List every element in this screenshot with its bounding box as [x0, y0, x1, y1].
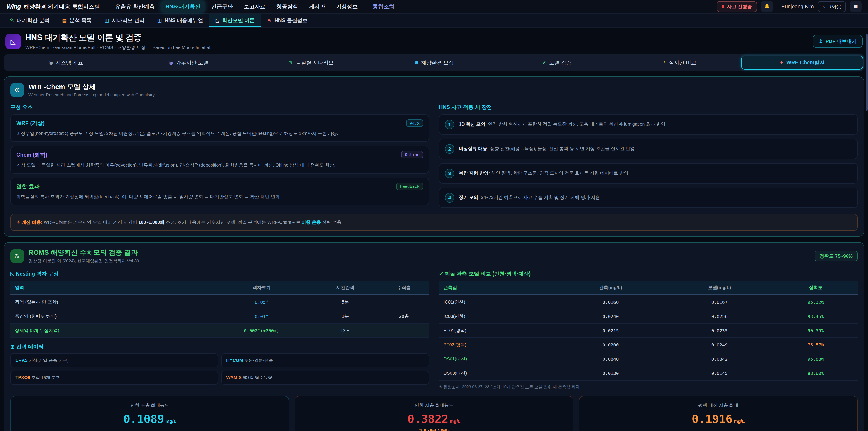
- accuracy-cell: 93.45%: [774, 309, 858, 324]
- notifications-button[interactable]: [761, 1, 773, 12]
- col-header-layers: 수직층: [379, 281, 429, 295]
- col-header-area: 영역: [10, 281, 211, 295]
- timestep-cell: 5분: [312, 295, 379, 309]
- modeled-cell: 0.0249: [665, 338, 774, 352]
- station-cell: DS03(대산): [439, 366, 556, 380]
- station-cell: DS01(대산): [439, 352, 556, 366]
- modeled-cell: 0.0145: [665, 366, 774, 380]
- col-header-observed: 관측(mg/L): [556, 281, 665, 295]
- grid-size-cell: 0.05°: [211, 295, 312, 309]
- layers-cell: [379, 324, 429, 338]
- nesting-table-row: 상세역 (5개 우심지역) 0.002°(≈200m) 12초: [10, 324, 429, 338]
- nav-item-hns-atmospheric[interactable]: HNS·대기확산: [161, 1, 205, 12]
- top-navbar: Wing 해양환경 위기대응 통합시스템 유출유 확산예측 HNS·대기확산 긴…: [0, 0, 868, 13]
- timestep-cell: 12초: [312, 324, 379, 338]
- component-description: 비정수압(non-hydrostatic) 중규모 기상 모델. 3차원 바람장…: [16, 130, 423, 137]
- area-cell: 중간역 (한반도 해역): [10, 309, 211, 324]
- logout-button[interactable]: 로그아웃: [818, 1, 846, 12]
- component-name: 결합 효과: [16, 183, 39, 190]
- dataset-description: 5대강 담수유량: [242, 375, 272, 380]
- accuracy-cell: 88.60%: [774, 366, 858, 380]
- advantage-item: 2 비정상류 대응: 풍향 전환(해풍↔육풍), 돌풍, 전선 통과 등 시변 …: [439, 139, 858, 159]
- nav-item-reports[interactable]: 보고자료: [239, 1, 270, 12]
- subnav-hns-manual[interactable]: ◫ HNS 대응매뉴얼: [151, 13, 209, 27]
- tab-marine-correction[interactable]: ≋ 해양환경 보정: [373, 56, 495, 70]
- phenol-table-footnote: ※ 현장조사: 2023.06.27~28 / 전체 10개 관측점 모두 모델…: [439, 384, 858, 390]
- ocean-wave-icon: ≋: [10, 249, 24, 263]
- nav-item-board[interactable]: 게시판: [304, 1, 330, 12]
- divider: [777, 3, 777, 10]
- wrf-components-column: 구성 요소 WRF (기상) v4.x 비정수압(non-hydrostatic…: [10, 102, 429, 212]
- subnav-analysis-list[interactable]: ▤ 분석 목록: [56, 13, 98, 27]
- advantage-number: 4: [445, 193, 454, 203]
- stat-value: 0.3822: [408, 412, 448, 426]
- phenol-table-row: IC01(인천) 0.0160 0.0167 95.32%: [439, 295, 858, 309]
- grid-size-cell: 0.002°(≈200m): [211, 324, 312, 338]
- folder-icon: ▥: [104, 18, 109, 23]
- col-header-timestep: 시간간격: [312, 281, 379, 295]
- ruler-icon: ◺: [216, 18, 219, 23]
- grid-size-cell: 0.01°: [211, 309, 312, 324]
- advantage-description: 해안 절벽, 항만 구조물, 인접 도시의 건물 효과를 지형 데이터로 반영: [490, 171, 628, 175]
- roms-section-title: ROMS 해양확산 수치모의 검증 결과: [29, 248, 139, 257]
- tab-gaussian-model[interactable]: ◎ 가우시안 모델: [128, 56, 250, 70]
- nav-item-oil-spill[interactable]: 유출유 확산예측: [111, 1, 159, 12]
- page-ruler-icon: ◺: [5, 34, 21, 49]
- page-scrollbar[interactable]: [866, 34, 868, 111]
- stat-label: 인천 표층 최대농도: [16, 402, 284, 408]
- tab-model-validation[interactable]: ✔ 모델 검증: [496, 56, 618, 70]
- tab-system-overview[interactable]: ◉ 시스템 개요: [5, 56, 127, 70]
- pencil-icon: ✎: [10, 18, 14, 23]
- nav-item-integrated-search[interactable]: 통합조회: [366, 1, 399, 12]
- nesting-table-row: 광역 (일본·대만 포함) 0.05° 5분: [10, 295, 429, 309]
- input-data-chip: WAMIS 5대강 담수유량: [221, 371, 429, 385]
- nesting-column: ◺ Nesting 격자 구성 영역 격자크기 시간간격 수직층: [10, 269, 429, 390]
- col-header-grid-size: 격자크기: [211, 281, 312, 295]
- layers-cell: 20층: [379, 309, 429, 324]
- nesting-table-row: 중간역 (한반도 해역) 0.01° 1분 20층: [10, 309, 429, 324]
- advantage-description: 풍향 전환(해풍↔육풍), 돌풍, 전선 통과 등 시변 기상 조건을 실시간 …: [489, 146, 635, 151]
- main-menu: 유출유 확산예측 HNS·대기확산 긴급구난 보고자료 항공탐색 게시판 기상정…: [111, 1, 399, 12]
- subnav-model-theory[interactable]: ◺ 확산모델 이론: [209, 13, 261, 27]
- incident-status-badge[interactable]: 사고 진행중: [717, 1, 757, 12]
- hns-advantages-column: HNS 사고 적용 시 장점 1 3D 확산 모의: 연직 방향 확산까지 포함…: [439, 102, 858, 212]
- menu-button[interactable]: ≡: [850, 1, 862, 12]
- input-data-heading: 입력 데이터: [16, 344, 43, 350]
- nav-item-weather[interactable]: 기상정보: [331, 1, 362, 12]
- area-cell: 상세역 (5개 우심지역): [10, 324, 211, 338]
- check-icon: ✔: [542, 60, 546, 65]
- advantage-title: 복잡 지형 반영:: [459, 171, 490, 175]
- subnav-scenario-management[interactable]: ▥ 시나리오 관리: [98, 13, 151, 27]
- modeled-cell: 0.0167: [665, 295, 774, 309]
- input-data-chip: HYCOM 수온·염분·유속: [221, 353, 429, 368]
- tab-realtime-comparison[interactable]: ⚡ 실시간 비교: [618, 56, 740, 70]
- subnav-atmospheric-analysis[interactable]: ✎ 대기확산 분석: [4, 13, 56, 27]
- dataset-name: HYCOM: [226, 358, 243, 363]
- app-logo: Wing 해양환경 위기대응 통합시스템: [6, 3, 106, 10]
- dataset-name: TPXO9: [16, 375, 30, 380]
- nav-item-emergency[interactable]: 긴급구난: [207, 1, 237, 12]
- stat-card: 평택·대산 저층 최대 0.1916mg/L: [579, 396, 858, 431]
- input-data-chip: ERA5 기상(기압·풍속·기온): [10, 353, 218, 368]
- stat-label: 평택·대산 저층 최대: [584, 402, 852, 408]
- export-icon: ↥: [818, 38, 823, 44]
- tab-wrf-chem-advancement[interactable]: ✦ WRF-Chem발전: [741, 56, 863, 70]
- advantage-description: 연직 방향 확산까지 포함한 정밀 농도장 계산. 고층 대기로의 확산과 fu…: [487, 122, 665, 127]
- computation-cost-note: ⚠ 계산 비용: WRF-Chem은 가우시안 모델 대비 계산 시간이 100…: [10, 214, 858, 231]
- phenol-table-row: PT01(평택) 0.0215 0.0235 90.55%: [439, 324, 858, 338]
- layers-cell: [379, 295, 429, 309]
- phenol-comparison-table: 관측점 관측(mg/L) 모델(mg/L) 정확도 IC01(인천) 0.016…: [439, 281, 858, 380]
- lightning-icon: ⚡: [662, 60, 666, 65]
- roms-validation-section: ≋ ROMS 해양확산 수치모의 검증 결과 김창경·이문진 외 (2024),…: [4, 242, 864, 431]
- pdf-export-button[interactable]: ↥ PDF 내보내기: [813, 35, 863, 48]
- phenol-table-row: DS01(대산) 0.0840 0.0842 95.88%: [439, 352, 858, 366]
- microscope-icon: ◉: [49, 60, 53, 65]
- subnav-hns-substance-info[interactable]: ∿ HNS 물질정보: [261, 13, 314, 27]
- col-header-accuracy: 정확도: [774, 281, 858, 295]
- tab-substance-scenarios[interactable]: ✎ 물질별 시나리오: [250, 56, 372, 70]
- advantage-item: 3 복잡 지형 반영: 해안 절벽, 항만 구조물, 인접 도시의 건물 효과를…: [439, 163, 858, 184]
- nav-item-aerial-search[interactable]: 항공탐색: [272, 1, 303, 12]
- nesting-heading: Nesting 격자 구성: [16, 271, 59, 277]
- station-cell: PT02(평택): [439, 338, 556, 352]
- advantage-title: 비정상류 대응:: [459, 146, 489, 151]
